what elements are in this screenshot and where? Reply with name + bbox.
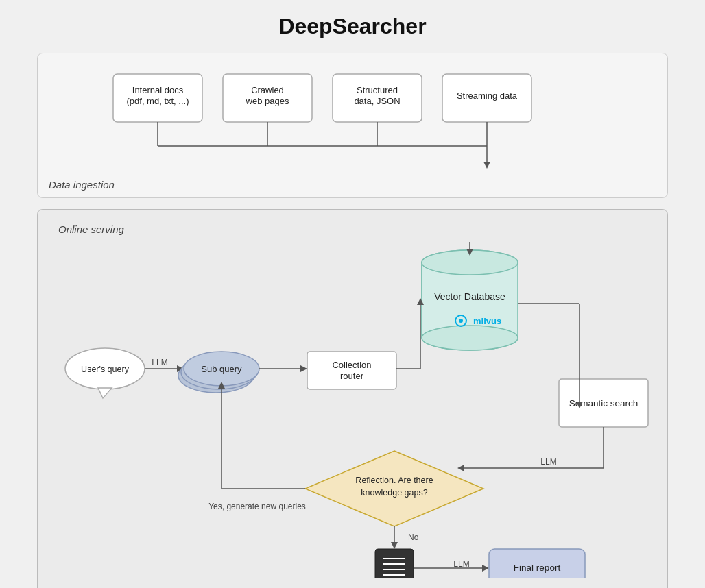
online-serving-diagram: Vector Database milvus Semantic search U… xyxy=(58,242,662,578)
svg-text:Internal docs: Internal docs xyxy=(132,85,184,95)
svg-text:LLM: LLM xyxy=(453,559,469,569)
svg-marker-59 xyxy=(457,465,464,471)
svg-text:Vector Database: Vector Database xyxy=(434,291,505,302)
svg-point-28 xyxy=(459,319,463,323)
svg-text:router: router xyxy=(340,371,364,381)
data-ingestion-label: Data ingestion xyxy=(49,179,115,191)
data-ingestion-diagram: Internal docs (pdf, md, txt, ...) Crawle… xyxy=(58,67,648,177)
svg-text:Collection: Collection xyxy=(332,360,371,370)
svg-text:Yes, generate new queries: Yes, generate new queries xyxy=(208,502,306,511)
svg-marker-69 xyxy=(391,542,398,549)
svg-text:(pdf, md, txt, ...): (pdf, md, txt, ...) xyxy=(126,96,189,106)
svg-text:No: No xyxy=(408,532,419,542)
data-ingestion-section: Internal docs (pdf, md, txt, ...) Crawle… xyxy=(37,53,668,198)
svg-text:Sub query: Sub query xyxy=(201,364,242,374)
svg-text:Crawled: Crawled xyxy=(251,85,284,95)
svg-text:Streaming data: Streaming data xyxy=(457,90,518,101)
page-title: DeepSearcher xyxy=(37,14,668,39)
svg-text:Reflection. Are there: Reflection. Are there xyxy=(355,476,433,485)
svg-point-23 xyxy=(422,326,518,350)
svg-text:Final report: Final report xyxy=(514,563,561,573)
svg-marker-49 xyxy=(300,365,307,372)
online-serving-label: Online serving xyxy=(58,223,647,235)
svg-text:knowledge gaps?: knowledge gaps? xyxy=(361,488,427,498)
main-container: DeepSearcher Internal docs (pdf, md, txt… xyxy=(23,0,682,588)
online-serving-section: Online serving Vector Database milvus xyxy=(37,209,668,588)
svg-text:data, JSON: data, JSON xyxy=(354,96,400,106)
svg-text:Structured: Structured xyxy=(357,85,398,95)
svg-text:LLM: LLM xyxy=(540,457,556,467)
svg-text:User's query: User's query xyxy=(81,365,130,374)
svg-text:milvus: milvus xyxy=(473,316,501,326)
svg-marker-80 xyxy=(482,565,489,572)
svg-marker-17 xyxy=(483,162,490,169)
svg-text:LLM: LLM xyxy=(152,358,167,367)
svg-text:web pages: web pages xyxy=(246,96,289,106)
